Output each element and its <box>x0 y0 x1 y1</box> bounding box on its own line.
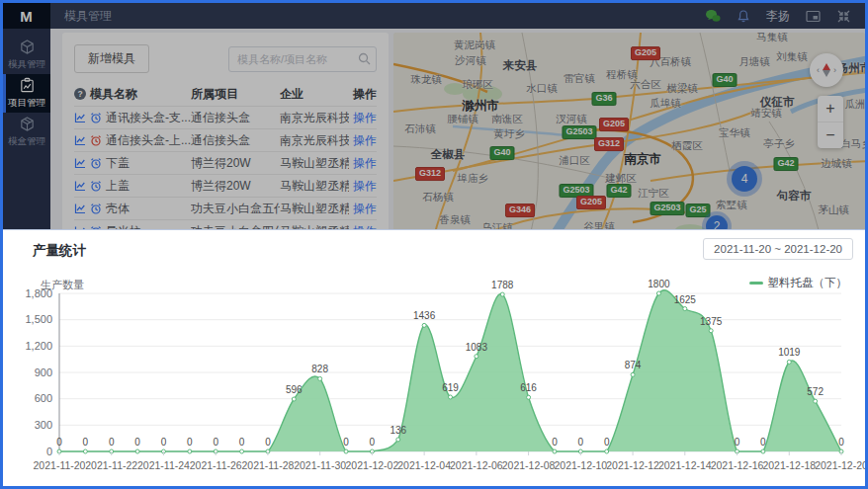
svg-text:1625: 1625 <box>674 294 697 305</box>
svg-text:2021-12-04: 2021-12-04 <box>397 459 451 471</box>
svg-text:2021-12-14: 2021-12-14 <box>658 459 712 471</box>
svg-text:0: 0 <box>134 437 140 448</box>
svg-text:2021-12-02: 2021-12-02 <box>346 459 399 471</box>
svg-text:1800: 1800 <box>648 279 670 289</box>
svg-text:2021-12-06: 2021-12-06 <box>450 459 503 471</box>
svg-text:0: 0 <box>213 437 218 448</box>
svg-text:2021-11-30: 2021-11-30 <box>294 459 346 471</box>
svg-text:0: 0 <box>552 437 558 448</box>
svg-text:0: 0 <box>578 437 584 448</box>
svg-text:136: 136 <box>390 425 406 436</box>
svg-text:1,200: 1,200 <box>25 340 52 352</box>
svg-text:0: 0 <box>370 437 376 448</box>
svg-text:874: 874 <box>625 360 642 370</box>
svg-text:0: 0 <box>265 437 271 448</box>
svg-text:2021-12-20: 2021-12-20 <box>815 459 868 471</box>
svg-text:1788: 1788 <box>491 280 514 290</box>
svg-text:0: 0 <box>735 437 740 448</box>
svg-text:0: 0 <box>838 437 844 448</box>
svg-text:0: 0 <box>161 437 167 448</box>
production-stats-panel: 产量统计 2021-11-20 ~ 2021-12-20 生产数量 塑料托盘（下… <box>3 229 865 486</box>
svg-text:2021-12-18: 2021-12-18 <box>762 459 816 471</box>
svg-text:2021-12-12: 2021-12-12 <box>606 459 659 471</box>
svg-text:900: 900 <box>35 367 52 378</box>
svg-text:619: 619 <box>442 382 459 393</box>
svg-text:2021-11-20: 2021-11-20 <box>34 459 86 471</box>
svg-text:300: 300 <box>35 419 52 431</box>
svg-text:1375: 1375 <box>700 316 723 327</box>
svg-text:2021-12-16: 2021-12-16 <box>711 459 764 471</box>
svg-text:1,500: 1,500 <box>25 313 52 325</box>
svg-text:0: 0 <box>187 437 193 448</box>
svg-text:0: 0 <box>109 437 115 448</box>
svg-text:596: 596 <box>286 384 303 395</box>
svg-text:2021-11-24: 2021-11-24 <box>137 459 190 471</box>
svg-text:572: 572 <box>807 386 824 397</box>
svg-text:0: 0 <box>604 437 610 448</box>
svg-text:2021-12-08: 2021-12-08 <box>502 459 556 471</box>
production-chart: 03006009001,2001,5001,80002021-11-200020… <box>5 282 861 479</box>
svg-text:2021-11-28: 2021-11-28 <box>241 459 294 471</box>
date-range-picker[interactable]: 2021-11-20 ~ 2021-12-20 <box>703 238 853 260</box>
svg-text:1,800: 1,800 <box>25 287 52 299</box>
svg-text:2021-11-26: 2021-11-26 <box>190 459 242 471</box>
svg-text:600: 600 <box>35 392 52 404</box>
production-title: 产量统计 <box>33 242 86 260</box>
svg-text:0: 0 <box>56 437 62 448</box>
svg-text:2021-12-10: 2021-12-10 <box>554 459 607 471</box>
app-window: M 模具管理 李扬 模具管理项目管理模盒管理 新增模具 <box>0 0 868 489</box>
svg-text:0: 0 <box>343 437 349 448</box>
svg-text:1083: 1083 <box>466 342 488 353</box>
svg-text:1019: 1019 <box>778 347 801 358</box>
svg-text:0: 0 <box>83 437 89 448</box>
svg-text:0: 0 <box>239 437 245 448</box>
svg-text:616: 616 <box>520 382 537 393</box>
svg-text:0: 0 <box>46 446 52 457</box>
svg-text:2021-11-22: 2021-11-22 <box>85 459 137 471</box>
svg-text:0: 0 <box>760 437 766 448</box>
svg-text:828: 828 <box>311 364 328 374</box>
svg-text:1436: 1436 <box>413 310 436 321</box>
